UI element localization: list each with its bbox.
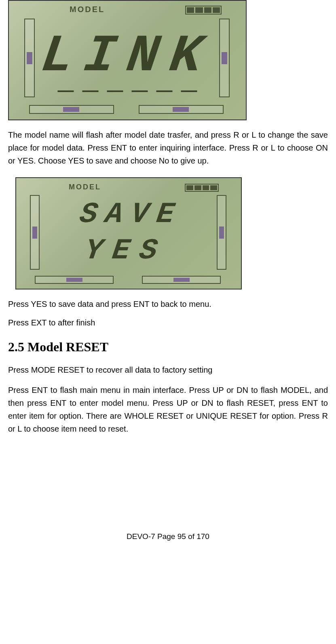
trim-bar-bottom-left	[29, 105, 114, 114]
trim-bar-left	[30, 195, 40, 270]
page-footer: DEVO-7 Page 95 of 170	[8, 532, 328, 553]
trim-bar-bottom-left	[35, 276, 114, 284]
trim-bar-right	[217, 195, 226, 270]
lcd-line-1: SAVE	[78, 198, 184, 231]
lcd-line-2: YES	[83, 234, 169, 267]
section-heading-model-reset: 2.5 Model RESET	[8, 340, 328, 355]
trim-bar-bottom-right	[139, 105, 224, 114]
paragraph-mode-reset: Press MODE RESET to recover all data to …	[8, 363, 328, 376]
paragraph-save-data: Press YES to save data and press ENT to …	[8, 298, 328, 310]
paragraph-reset-instructions: Press ENT to flash main menu in main int…	[8, 384, 328, 435]
trim-bar-bottom-right	[142, 276, 221, 284]
trim-bar-right	[219, 19, 230, 97]
lcd-mode-label: MODEL	[69, 183, 101, 191]
lcd-screenshot-save: MODEL SAVE YES	[15, 177, 242, 289]
trim-bar-left	[24, 19, 35, 97]
lcd-screenshot-link: MODEL LINK ——————	[8, 0, 247, 120]
battery-indicator-icon	[185, 6, 222, 15]
paragraph-transfer-instructions: The model name will flash after model da…	[8, 128, 328, 167]
lcd-main-text: LINK	[40, 21, 214, 91]
paragraph-press-ext: Press EXT to after finish	[8, 316, 328, 329]
lcd-main-text: SAVE YES	[47, 194, 210, 271]
battery-indicator-icon	[185, 184, 219, 192]
lcd-mode-label: MODEL	[70, 5, 105, 14]
lcd-dash-row: ——————	[53, 81, 201, 99]
